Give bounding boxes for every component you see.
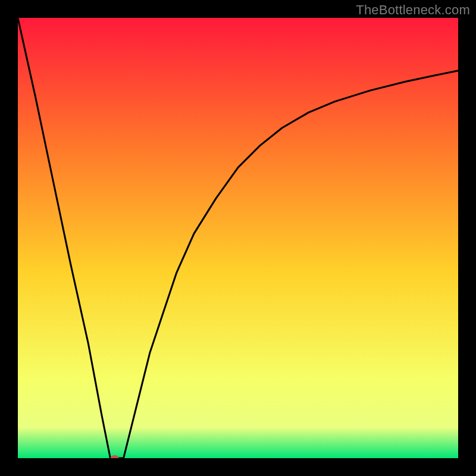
gradient-background [18, 18, 458, 458]
plot-area [18, 18, 458, 458]
chart-frame: TheBottleneck.com [0, 0, 476, 476]
watermark-label: TheBottleneck.com [356, 2, 470, 18]
chart-svg [18, 18, 458, 458]
